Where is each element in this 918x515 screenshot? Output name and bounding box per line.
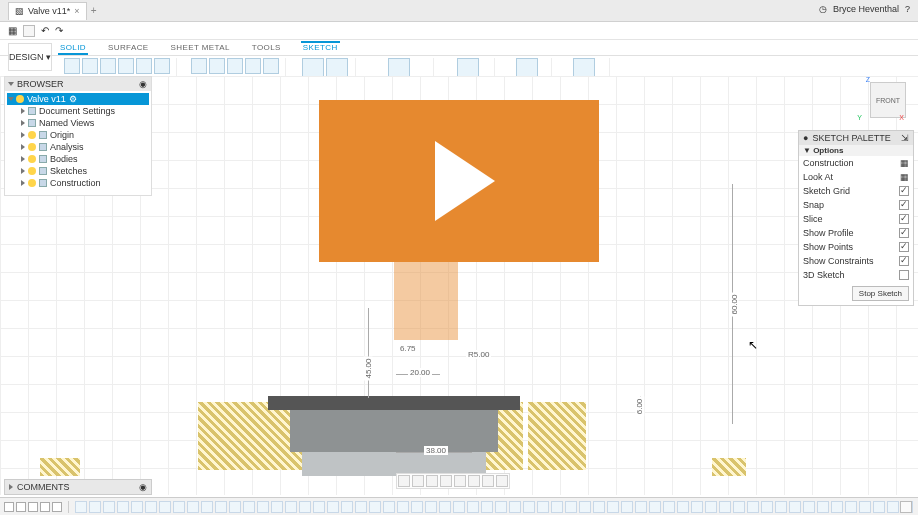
tree-item-construction[interactable]: Construction — [7, 177, 149, 189]
tree-item-bodies[interactable]: Bodies — [7, 153, 149, 165]
sweep-icon[interactable] — [118, 58, 134, 74]
fillet-icon[interactable] — [191, 58, 207, 74]
timeline-feature[interactable] — [523, 501, 535, 513]
timeline-feature[interactable] — [229, 501, 241, 513]
timeline-last-icon[interactable] — [52, 502, 62, 512]
tab-solid[interactable]: SOLID — [58, 43, 88, 55]
orbit-icon[interactable] — [398, 475, 410, 487]
palette-opt-construction[interactable]: Construction▦ — [799, 156, 913, 170]
opt-action-icon[interactable]: ▦ — [900, 172, 909, 182]
palette-opt-show-constraints[interactable]: Show Constraints — [799, 254, 913, 268]
timeline-feature[interactable] — [663, 501, 675, 513]
clock-icon[interactable]: ◷ — [819, 4, 827, 14]
tab-sketch[interactable]: SKETCH — [301, 41, 340, 55]
pin-icon[interactable]: ⇲ — [901, 133, 909, 143]
timeline-feature[interactable] — [761, 501, 773, 513]
timeline-feature[interactable] — [621, 501, 633, 513]
timeline-feature[interactable] — [789, 501, 801, 513]
help-icon[interactable]: ? — [905, 4, 910, 14]
timeline-feature[interactable] — [551, 501, 563, 513]
timeline-feature[interactable] — [75, 501, 87, 513]
visibility-icon[interactable] — [28, 179, 36, 187]
user-name[interactable]: Bryce Heventhal — [833, 4, 899, 14]
timeline-feature[interactable] — [677, 501, 689, 513]
look-at-icon[interactable] — [454, 475, 466, 487]
timeline-feature[interactable] — [565, 501, 577, 513]
timeline-feature[interactable] — [537, 501, 549, 513]
timeline-feature[interactable] — [481, 501, 493, 513]
timeline-play-icon[interactable] — [28, 502, 38, 512]
revolve-icon[interactable] — [100, 58, 116, 74]
palette-section[interactable]: ▼ Options — [799, 145, 913, 156]
grid-display-icon[interactable] — [482, 475, 494, 487]
checkbox-icon[interactable] — [899, 200, 909, 210]
redo-icon[interactable]: ↷ — [55, 25, 63, 36]
visibility-icon[interactable] — [28, 131, 36, 139]
palette-opt-show-points[interactable]: Show Points — [799, 240, 913, 254]
view-cube[interactable]: FRONT — [870, 82, 906, 118]
timeline-feature[interactable] — [887, 501, 899, 513]
timeline-feature[interactable] — [719, 501, 731, 513]
timeline-feature[interactable] — [453, 501, 465, 513]
eye-icon[interactable]: ◉ — [139, 79, 147, 89]
timeline-feature[interactable] — [747, 501, 759, 513]
timeline-feature[interactable] — [425, 501, 437, 513]
palette-opt-snap[interactable]: Snap — [799, 198, 913, 212]
timeline-first-icon[interactable] — [4, 502, 14, 512]
timeline-next-icon[interactable] — [40, 502, 50, 512]
tab-tools[interactable]: TOOLS — [250, 43, 283, 55]
timeline-feature[interactable] — [89, 501, 101, 513]
timeline-feature[interactable] — [579, 501, 591, 513]
checkbox-icon[interactable] — [899, 256, 909, 266]
timeline-feature[interactable] — [397, 501, 409, 513]
dim-r5[interactable]: R5.00 — [466, 350, 491, 359]
opt-action-icon[interactable]: ▦ — [900, 158, 909, 168]
visibility-icon[interactable] — [16, 95, 24, 103]
timeline-feature[interactable] — [439, 501, 451, 513]
timeline-feature[interactable] — [733, 501, 745, 513]
dim-20[interactable]: 20.00 — [408, 368, 432, 377]
visibility-icon[interactable] — [28, 155, 36, 163]
extrude-icon[interactable] — [82, 58, 98, 74]
draft-icon[interactable] — [245, 58, 261, 74]
palette-opt-slice[interactable]: Slice — [799, 212, 913, 226]
checkbox-icon[interactable] — [899, 186, 909, 196]
timeline-feature[interactable] — [495, 501, 507, 513]
timeline-feature[interactable] — [327, 501, 339, 513]
dim-38[interactable]: 38.00 — [424, 446, 448, 455]
timeline-feature[interactable] — [831, 501, 843, 513]
timeline-feature[interactable] — [145, 501, 157, 513]
close-icon[interactable]: × — [74, 6, 79, 16]
checkbox-icon[interactable] — [899, 270, 909, 280]
palette-opt-show-profile[interactable]: Show Profile — [799, 226, 913, 240]
tree-item-document-settings[interactable]: Document Settings — [7, 105, 149, 117]
palette-header[interactable]: ● SKETCH PALETTE ⇲ — [799, 131, 913, 145]
loft-icon[interactable] — [136, 58, 152, 74]
undo-icon[interactable]: ↶ — [41, 25, 49, 36]
timeline-feature[interactable] — [355, 501, 367, 513]
dim-60[interactable]: 60.00 — [730, 292, 739, 316]
timeline-feature[interactable] — [411, 501, 423, 513]
timeline-feature[interactable] — [593, 501, 605, 513]
design-workspace-button[interactable]: DESIGN ▾ — [8, 43, 52, 71]
timeline-feature[interactable] — [117, 501, 129, 513]
timeline-feature[interactable] — [859, 501, 871, 513]
zoom-icon[interactable] — [426, 475, 438, 487]
palette-opt-look-at[interactable]: Look At▦ — [799, 170, 913, 184]
tree-item-origin[interactable]: Origin — [7, 129, 149, 141]
timeline-feature[interactable] — [845, 501, 857, 513]
dim-45[interactable]: 45.00 — [364, 356, 373, 380]
chamfer-icon[interactable] — [209, 58, 225, 74]
timeline-feature[interactable] — [159, 501, 171, 513]
tree-item-analysis[interactable]: Analysis — [7, 141, 149, 153]
tree-item-named-views[interactable]: Named Views — [7, 117, 149, 129]
timeline-settings-icon[interactable] — [900, 501, 912, 513]
timeline-feature[interactable] — [131, 501, 143, 513]
tree-root[interactable]: Valve v11 ⚙ — [7, 93, 149, 105]
timeline-feature[interactable] — [817, 501, 829, 513]
timeline-feature[interactable] — [187, 501, 199, 513]
checkbox-icon[interactable] — [899, 228, 909, 238]
visibility-icon[interactable] — [28, 143, 36, 151]
display-settings-icon[interactable] — [468, 475, 480, 487]
timeline-feature[interactable] — [509, 501, 521, 513]
